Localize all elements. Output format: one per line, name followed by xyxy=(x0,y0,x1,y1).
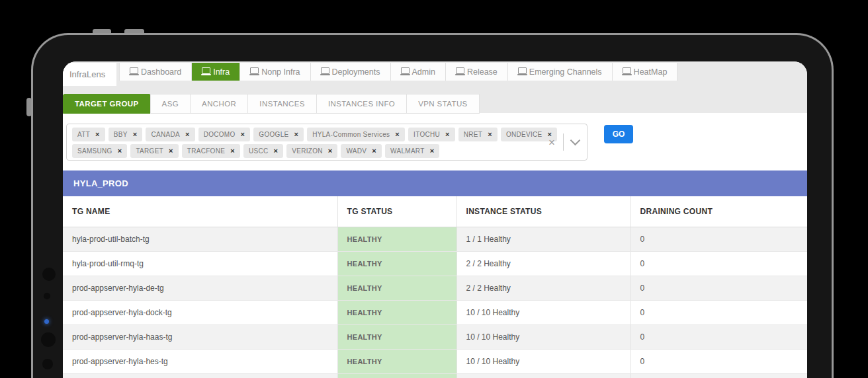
tag-remove-icon[interactable]: × xyxy=(294,131,298,138)
tag-remove-icon[interactable]: × xyxy=(241,131,245,138)
tag-remove-icon[interactable]: × xyxy=(395,131,400,138)
nav-tab-label: Deployments xyxy=(332,67,380,77)
draining-count-cell: 0 xyxy=(630,374,807,378)
tg-name-cell: prod-appserver-hyla-dock-tg xyxy=(63,301,337,325)
nav-tab-label: Emerging Channels xyxy=(529,67,602,77)
selected-tag: BBY × xyxy=(108,128,143,141)
nav-tab-label: Release xyxy=(467,67,498,77)
background: InfraLens Dashboard Infra Nonp Infra Dep… xyxy=(0,0,868,378)
table-row: prod-appserver-hyla-hes-tg HEALTHY 10 / … xyxy=(63,350,807,374)
target-group-table: TG NAME TG STATUS INSTANCE STATUS DRAINI… xyxy=(63,196,807,378)
sub-tab[interactable]: TARGET GROUP xyxy=(63,94,151,114)
tag-remove-icon[interactable]: × xyxy=(133,131,138,138)
go-button[interactable]: GO xyxy=(604,125,633,143)
target-group-multiselect[interactable]: ATT × BBY × CANADA × DOCOMO × GOOGLE × H… xyxy=(66,124,587,161)
app-logo[interactable]: InfraLens xyxy=(63,63,116,86)
nav-tab[interactable]: Deployments xyxy=(311,63,391,81)
sub-tab-label: ANCHOR xyxy=(202,100,236,108)
tag-remove-icon[interactable]: × xyxy=(118,147,122,155)
laptop-icon xyxy=(202,67,210,74)
divider xyxy=(563,133,564,151)
nav-tab[interactable]: Infra xyxy=(192,63,240,81)
draining-count-cell: 0 xyxy=(630,325,807,350)
tag-label: CANADA xyxy=(151,131,179,138)
sub-tab[interactable]: INSTANCES INFO xyxy=(316,94,407,114)
nav-tab[interactable]: HeatMap xyxy=(613,63,678,81)
sub-tab[interactable]: INSTANCES xyxy=(247,94,317,114)
tag-remove-icon[interactable]: × xyxy=(169,147,173,155)
tag-remove-icon[interactable]: × xyxy=(488,131,492,138)
tag-label: GOOGLE xyxy=(259,131,288,138)
sensor-icon xyxy=(44,293,50,299)
sub-tab[interactable]: VPN STATUS xyxy=(406,94,480,114)
sub-tab-label: INSTANCES xyxy=(259,100,305,108)
tag-remove-icon[interactable]: × xyxy=(95,131,100,138)
clear-all-icon[interactable]: × xyxy=(548,137,555,148)
tag-remove-icon[interactable]: × xyxy=(430,147,435,155)
tg-status-cell: HEALTHY xyxy=(337,350,456,374)
table-row: prod-appserver-hyla-hss-tg HEALTHY 10 / … xyxy=(63,374,807,378)
selected-tag: USCC × xyxy=(243,144,283,158)
draining-count-cell: 0 xyxy=(630,252,807,276)
tag-label: ITOCHU xyxy=(413,131,440,138)
table-row: hyla-prod-util-rmq-tg HEALTHY 2 / 2 Heal… xyxy=(63,252,807,276)
tag-remove-icon[interactable]: × xyxy=(445,131,450,138)
sub-tab[interactable]: ANCHOR xyxy=(190,94,248,114)
tg-status-cell: HEALTHY xyxy=(337,301,456,325)
selected-tag: WALMART × xyxy=(385,144,439,158)
tag-label: DOCOMO xyxy=(204,131,236,138)
tag-label: ATT xyxy=(77,131,90,138)
table-row: prod-appserver-hyla-de-tg HEALTHY 2 / 2 … xyxy=(63,276,807,301)
tag-label: WADV xyxy=(346,147,367,155)
tag-row: SAMSUNG × TARGET × TRACFONE × USCC × VER… xyxy=(72,144,582,158)
draining-count-cell: 0 xyxy=(630,227,807,252)
table-header-row: TG NAME TG STATUS INSTANCE STATUS DRAINI… xyxy=(63,196,807,227)
laptop-icon xyxy=(623,67,631,74)
section-title: HYLA_PROD xyxy=(73,178,128,188)
tag-row: ATT × BBY × CANADA × DOCOMO × GOOGLE × H… xyxy=(72,128,582,141)
tg-name-cell: prod-appserver-hyla-de-tg xyxy=(63,276,337,301)
nav-tab[interactable]: Nonp Infra xyxy=(240,63,310,81)
nav-tab[interactable]: Emerging Channels xyxy=(508,63,613,81)
main-nav: Dashboard Infra Nonp Infra Deployments A… xyxy=(119,63,677,81)
nav-tab-label: Dashboard xyxy=(141,67,181,77)
selected-tag: GOOGLE × xyxy=(253,128,304,141)
nav-tab[interactable]: Admin xyxy=(391,63,446,81)
app-screen: InfraLens Dashboard Infra Nonp Infra Dep… xyxy=(63,61,807,378)
tg-status-cell: HEALTHY xyxy=(337,374,456,378)
sub-nav: TARGET GROUP ASG ANCHOR INSTANCES INSTAN… xyxy=(63,94,479,114)
tablet-frame: InfraLens Dashboard Infra Nonp Infra Dep… xyxy=(31,33,834,378)
tag-remove-icon[interactable]: × xyxy=(372,147,376,155)
tag-label: VERIZON xyxy=(292,147,323,155)
table-row: prod-appserver-hyla-dock-tg HEALTHY 10 /… xyxy=(63,301,807,325)
tag-remove-icon[interactable]: × xyxy=(230,147,235,155)
tag-remove-icon[interactable]: × xyxy=(185,131,190,138)
sub-tab[interactable]: ASG xyxy=(150,94,191,114)
nav-tab-label: HeatMap xyxy=(634,67,668,77)
tag-remove-icon[interactable]: × xyxy=(328,147,333,155)
selected-tag: WADV × xyxy=(341,144,382,158)
sensor-icon xyxy=(42,359,53,369)
nav-tab[interactable]: Release xyxy=(446,63,508,81)
selected-tag: TARGET × xyxy=(130,144,178,158)
selected-tag: CANADA × xyxy=(146,128,195,141)
laptop-icon xyxy=(401,67,410,74)
tg-name-cell: prod-appserver-hyla-hss-tg xyxy=(63,374,337,378)
tag-label: WALMART xyxy=(390,147,425,155)
table-row: prod-appserver-hyla-haas-tg HEALTHY 10 /… xyxy=(63,325,807,350)
nav-tab-label: Infra xyxy=(213,67,230,77)
instance-status-cell: 2 / 2 Healthy xyxy=(456,276,630,301)
chevron-down-icon[interactable] xyxy=(570,135,581,146)
tg-name-cell: hyla-prod-util-batch-tg xyxy=(63,227,337,252)
col-header-tg-status: TG STATUS xyxy=(337,196,456,227)
nav-tab-label: Admin xyxy=(412,67,435,77)
tag-label: TARGET xyxy=(136,147,163,155)
col-header-instance-status: INSTANCE STATUS xyxy=(456,196,630,227)
nav-tab[interactable]: Dashboard xyxy=(119,63,192,81)
selected-tag: ATT × xyxy=(72,128,105,141)
tg-name-cell: hyla-prod-util-rmq-tg xyxy=(63,252,337,276)
instance-status-cell: 10 / 10 Healthy xyxy=(456,350,630,374)
draining-count-cell: 0 xyxy=(630,276,807,301)
tag-remove-icon[interactable]: × xyxy=(273,147,278,155)
laptop-icon xyxy=(130,67,138,74)
